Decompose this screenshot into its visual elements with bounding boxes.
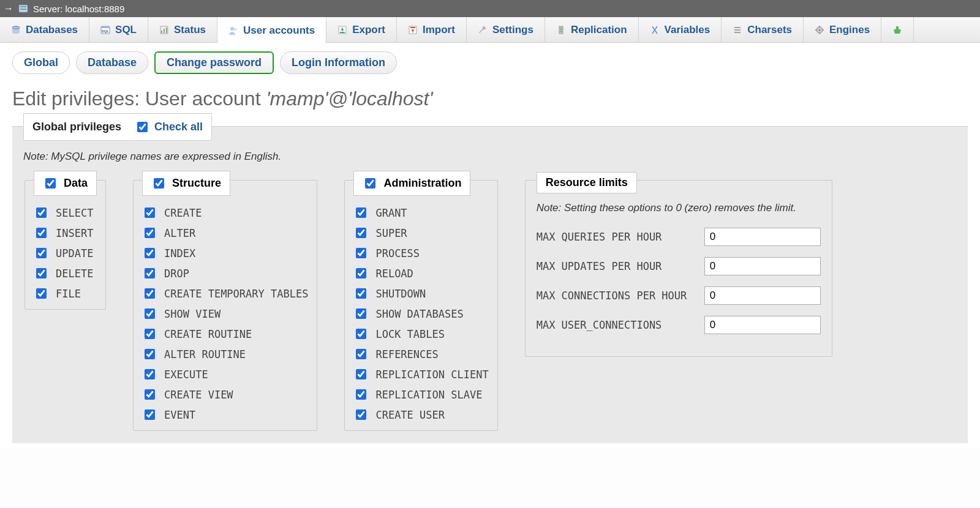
privilege-checkbox[interactable] xyxy=(356,268,366,278)
group-structure-legend[interactable]: Structure xyxy=(142,171,230,196)
privilege-checkbox[interactable] xyxy=(356,248,366,258)
group-administration-checkbox[interactable] xyxy=(365,178,375,189)
limit-input[interactable] xyxy=(704,257,821,275)
privilege-checkbox[interactable] xyxy=(145,207,155,218)
privilege-checkbox[interactable] xyxy=(145,389,155,400)
subtab-database[interactable]: Database xyxy=(76,51,148,74)
privilege-checkbox[interactable] xyxy=(145,349,155,359)
tab-sql[interactable]: SQLSQL xyxy=(89,17,148,43)
group-administration-legend[interactable]: Administration xyxy=(353,171,470,196)
privilege-label: RELOAD xyxy=(375,267,413,280)
privilege-index[interactable]: INDEX xyxy=(142,246,308,260)
privilege-alter[interactable]: ALTER xyxy=(142,226,308,240)
privilege-label: DELETE xyxy=(56,267,93,280)
privilege-replication-client[interactable]: REPLICATION CLIENT xyxy=(353,367,488,381)
privilege-checkbox[interactable] xyxy=(145,308,155,319)
privilege-checkbox[interactable] xyxy=(145,268,155,278)
privilege-create-routine[interactable]: CREATE ROUTINE xyxy=(142,327,308,341)
privilege-label: SUPER xyxy=(375,227,407,239)
privilege-checkbox[interactable] xyxy=(36,248,47,258)
tab-variables[interactable]: Variables xyxy=(639,17,722,43)
nav-arrow-icon[interactable]: → xyxy=(4,3,13,14)
tab-replication[interactable]: Replication xyxy=(545,17,639,43)
privilege-create[interactable]: CREATE xyxy=(142,206,308,220)
privilege-checkbox[interactable] xyxy=(356,409,366,420)
tab-engines[interactable]: Engines xyxy=(804,17,881,43)
privilege-process[interactable]: PROCESS xyxy=(353,246,488,260)
limit-input[interactable] xyxy=(704,228,821,246)
privilege-checkbox[interactable] xyxy=(145,248,155,258)
group-data-legend[interactable]: Data xyxy=(34,171,97,196)
check-all[interactable]: Check all xyxy=(135,120,203,134)
subtab-change-password[interactable]: Change password xyxy=(154,51,274,74)
privilege-checkbox[interactable] xyxy=(356,369,366,379)
tab-user-accounts[interactable]: User accounts xyxy=(217,17,326,43)
privilege-checkbox[interactable] xyxy=(36,228,47,238)
privilege-show-databases[interactable]: SHOW DATABASES xyxy=(353,307,488,321)
check-all-checkbox[interactable] xyxy=(137,122,148,132)
group-data-checkbox[interactable] xyxy=(45,178,56,189)
resource-limits-note: Note: Setting these options to 0 (zero) … xyxy=(537,202,821,214)
group-structure: Structure CREATEALTERINDEXDROPCREATE TEM… xyxy=(133,180,317,431)
tab-label: Charsets xyxy=(747,24,792,36)
group-data-title: Data xyxy=(64,177,88,190)
privilege-checkbox[interactable] xyxy=(356,349,366,359)
privilege-checkbox[interactable] xyxy=(356,288,366,299)
privilege-drop[interactable]: DROP xyxy=(142,266,308,280)
tab-more[interactable] xyxy=(881,17,914,43)
privilege-insert[interactable]: INSERT xyxy=(34,226,97,240)
privilege-create-temporary-tables[interactable]: CREATE TEMPORARY TABLES xyxy=(142,286,308,301)
privilege-checkbox[interactable] xyxy=(36,268,47,278)
privilege-delete[interactable]: DELETE xyxy=(34,266,97,280)
privilege-label: LOCK TABLES xyxy=(375,328,445,340)
privilege-create-view[interactable]: CREATE VIEW xyxy=(142,387,308,402)
privilege-checkbox[interactable] xyxy=(36,207,47,218)
tab-settings[interactable]: Settings xyxy=(467,17,545,43)
privilege-checkbox[interactable] xyxy=(356,389,366,400)
privilege-select[interactable]: SELECT xyxy=(34,206,97,220)
privilege-file[interactable]: FILE xyxy=(34,286,97,301)
privilege-checkbox[interactable] xyxy=(356,228,366,238)
tab-status[interactable]: Status xyxy=(148,17,217,43)
vars-icon xyxy=(650,25,660,35)
tab-import[interactable]: Import xyxy=(397,17,467,43)
privilege-checkbox[interactable] xyxy=(356,329,366,339)
privilege-checkbox[interactable] xyxy=(356,207,366,218)
privilege-super[interactable]: SUPER xyxy=(353,226,488,240)
privilege-checkbox[interactable] xyxy=(145,369,155,379)
limit-input[interactable] xyxy=(704,286,821,305)
privilege-references[interactable]: REFERENCES xyxy=(353,347,488,361)
subtab-global[interactable]: Global xyxy=(12,51,70,74)
limit-row-max-user_connections: MAX USER_CONNECTIONS xyxy=(537,316,821,334)
privilege-show-view[interactable]: SHOW VIEW xyxy=(142,307,308,321)
privilege-label: SELECT xyxy=(56,207,93,219)
privilege-checkbox[interactable] xyxy=(356,308,366,319)
privilege-label: CREATE USER xyxy=(375,409,445,421)
privilege-label: CREATE ROUTINE xyxy=(164,328,252,340)
privilege-checkbox[interactable] xyxy=(145,288,155,299)
privilege-create-user[interactable]: CREATE USER xyxy=(353,408,488,422)
privilege-checkbox[interactable] xyxy=(145,409,155,420)
tab-export[interactable]: Export xyxy=(326,17,397,43)
group-structure-checkbox[interactable] xyxy=(154,178,164,189)
privilege-shutdown[interactable]: SHUTDOWN xyxy=(353,286,488,301)
privilege-checkbox[interactable] xyxy=(36,288,47,299)
limit-label: MAX USER_CONNECTIONS xyxy=(537,319,696,331)
privilege-checkbox[interactable] xyxy=(145,329,155,339)
privilege-event[interactable]: EVENT xyxy=(142,408,308,422)
privilege-lock-tables[interactable]: LOCK TABLES xyxy=(353,327,488,341)
privilege-checkbox[interactable] xyxy=(145,228,155,238)
tab-charsets[interactable]: Charsets xyxy=(722,17,804,43)
subtab-login-information[interactable]: Login Information xyxy=(280,51,397,74)
tab-databases[interactable]: Databases xyxy=(0,17,89,43)
privilege-reload[interactable]: RELOAD xyxy=(353,266,488,280)
privilege-update[interactable]: UPDATE xyxy=(34,246,97,260)
privilege-grant[interactable]: GRANT xyxy=(353,206,488,220)
privilege-execute[interactable]: EXECUTE xyxy=(142,367,308,381)
global-privileges-header: Global privileges Check all xyxy=(23,113,212,141)
limit-input[interactable] xyxy=(704,316,821,334)
privilege-label: EVENT xyxy=(164,409,195,421)
server-icon xyxy=(18,4,28,13)
privilege-alter-routine[interactable]: ALTER ROUTINE xyxy=(142,347,308,361)
privilege-replication-slave[interactable]: REPLICATION SLAVE xyxy=(353,387,488,402)
